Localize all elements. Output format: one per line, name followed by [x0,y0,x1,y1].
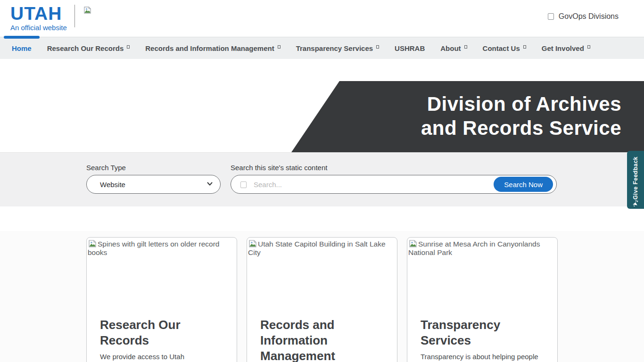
card-image-placeholder: Sunrise at Mesa Arch in Canyonlands Nati… [407,238,557,312]
dropdown-marker-icon [523,45,526,49]
broken-image-icon [83,6,92,16]
nav-item-contact-us[interactable]: Contact Us [483,44,526,52]
nav-item-about[interactable]: About [440,44,467,52]
nav-item-home[interactable]: Home [12,44,32,52]
search-content-label: Search this site's static content [231,164,327,172]
search-type-select[interactable]: Website [86,175,221,194]
card-image-alt: Utah State Capitol Building in Salt Lake… [248,240,386,256]
header-divider [74,5,75,27]
page-title-line2: and Records Service [283,116,621,140]
nav-item-records-information-management[interactable]: Records and Information Management [145,44,280,52]
page: UTAH An official website GovOps Division… [0,0,644,362]
card-title: Research Our Records [100,317,201,348]
card-body: Research Our Records We provide access t… [87,312,237,362]
nav-item-get-involved[interactable]: Get Involved [542,44,590,52]
official-website-tagline: An official website [10,24,68,32]
card-description: Transparency is about helping people nav… [421,352,544,362]
search-icon [240,181,247,188]
hero-banner: Division of Archives and Records Service [283,81,644,152]
main-nav: Home Research Our Records Records and In… [0,37,644,59]
search-type-label: Search Type [86,164,126,172]
megaphone-icon [632,199,639,209]
card-body: Records and Information Management [247,312,397,362]
card-image-alt: Sunrise at Mesa Arch in Canyonlands Nati… [408,240,540,256]
card-transparency-services[interactable]: Sunrise at Mesa Arch in Canyonlands Nati… [407,237,558,362]
give-feedback-tab[interactable]: Give Feedback [627,151,644,209]
active-tab-indicator [4,36,40,39]
card-body: Transparency Services Transparency is ab… [407,312,557,362]
utah-logo[interactable]: UTAH An official website [10,4,68,32]
govops-divisions-link[interactable]: GovOps Divisions [548,12,619,21]
dropdown-marker-icon [376,45,379,49]
feature-cards-section: Spines with gilt letters on older record… [0,231,644,362]
page-title-line1: Division of Archives [283,92,621,116]
card-records-information-management[interactable]: Utah State Capitol Building in Salt Lake… [247,237,397,362]
dropdown-marker-icon [587,45,590,49]
dropdown-marker-icon [278,45,281,49]
broken-image-icon [248,239,257,248]
site-search-field: Search Now [231,175,557,194]
utah-logo-text: UTAH [10,4,68,24]
broken-image-icon [88,239,97,248]
dropdown-marker-icon [464,45,467,49]
search-type-select-wrap: Website [86,175,221,194]
search-now-button[interactable]: Search Now [494,177,553,192]
govops-icon [548,13,554,20]
broken-image-icon [408,239,418,248]
card-description: We provide access to Utah governmental e… [100,352,223,362]
card-image-placeholder: Utah State Capitol Building in Salt Lake… [247,238,397,312]
dropdown-marker-icon [127,45,130,49]
card-title: Transparency Services [421,317,522,348]
govops-label: GovOps Divisions [559,12,619,21]
nav-item-research-our-records[interactable]: Research Our Records [47,44,130,52]
search-section: Search Type Website Search this site's s… [0,152,644,206]
search-input[interactable] [254,176,485,193]
nav-item-transparency-services[interactable]: Transparency Services [296,44,379,52]
card-image-placeholder: Spines with gilt letters on older record… [87,238,237,312]
card-research-our-records[interactable]: Spines with gilt letters on older record… [86,237,237,362]
nav-item-ushrab[interactable]: USHRAB [395,44,425,52]
card-image-alt: Spines with gilt letters on older record… [88,240,219,256]
card-title: Records and Information Management [260,317,362,362]
give-feedback-label: Give Feedback [632,156,639,199]
hero-section: Division of Archives and Records Service [0,59,644,152]
site-header: UTAH An official website GovOps Division… [0,0,644,37]
